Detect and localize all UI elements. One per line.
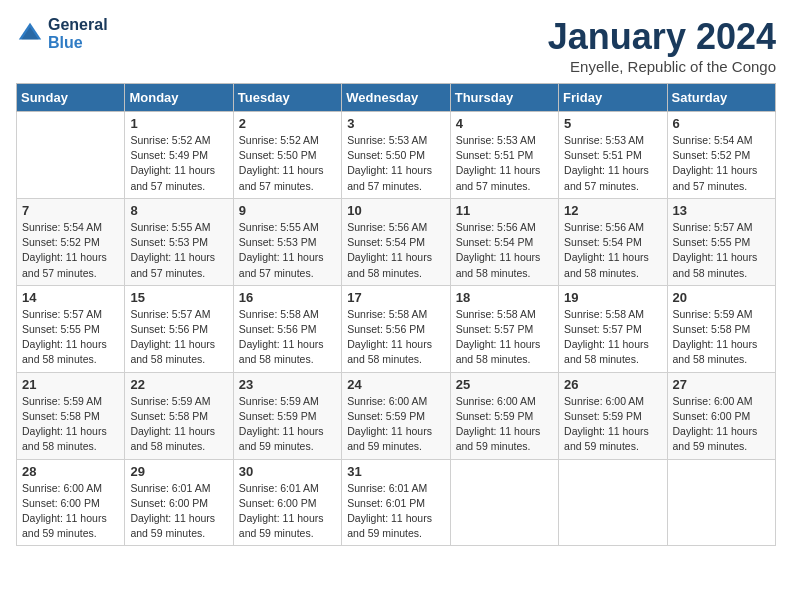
header-saturday: Saturday bbox=[667, 84, 775, 112]
day-info: Sunrise: 5:57 AM Sunset: 5:55 PM Dayligh… bbox=[22, 307, 119, 368]
calendar-cell: 12Sunrise: 5:56 AM Sunset: 5:54 PM Dayli… bbox=[559, 198, 667, 285]
logo: General Blue bbox=[16, 16, 108, 52]
calendar-cell: 21Sunrise: 5:59 AM Sunset: 5:58 PM Dayli… bbox=[17, 372, 125, 459]
calendar-cell bbox=[667, 459, 775, 546]
calendar-cell: 7Sunrise: 5:54 AM Sunset: 5:52 PM Daylig… bbox=[17, 198, 125, 285]
day-number: 21 bbox=[22, 377, 119, 392]
calendar-cell: 15Sunrise: 5:57 AM Sunset: 5:56 PM Dayli… bbox=[125, 285, 233, 372]
calendar-cell: 2Sunrise: 5:52 AM Sunset: 5:50 PM Daylig… bbox=[233, 112, 341, 199]
calendar-cell: 25Sunrise: 6:00 AM Sunset: 5:59 PM Dayli… bbox=[450, 372, 558, 459]
day-number: 26 bbox=[564, 377, 661, 392]
calendar-week-5: 28Sunrise: 6:00 AM Sunset: 6:00 PM Dayli… bbox=[17, 459, 776, 546]
day-number: 10 bbox=[347, 203, 444, 218]
day-number: 30 bbox=[239, 464, 336, 479]
calendar-cell: 19Sunrise: 5:58 AM Sunset: 5:57 PM Dayli… bbox=[559, 285, 667, 372]
calendar-cell: 13Sunrise: 5:57 AM Sunset: 5:55 PM Dayli… bbox=[667, 198, 775, 285]
calendar-cell: 17Sunrise: 5:58 AM Sunset: 5:56 PM Dayli… bbox=[342, 285, 450, 372]
calendar-cell: 6Sunrise: 5:54 AM Sunset: 5:52 PM Daylig… bbox=[667, 112, 775, 199]
calendar-cell: 24Sunrise: 6:00 AM Sunset: 5:59 PM Dayli… bbox=[342, 372, 450, 459]
header-monday: Monday bbox=[125, 84, 233, 112]
calendar-cell: 8Sunrise: 5:55 AM Sunset: 5:53 PM Daylig… bbox=[125, 198, 233, 285]
day-info: Sunrise: 5:53 AM Sunset: 5:51 PM Dayligh… bbox=[456, 133, 553, 194]
calendar-week-4: 21Sunrise: 5:59 AM Sunset: 5:58 PM Dayli… bbox=[17, 372, 776, 459]
day-info: Sunrise: 5:52 AM Sunset: 5:50 PM Dayligh… bbox=[239, 133, 336, 194]
calendar-cell: 28Sunrise: 6:00 AM Sunset: 6:00 PM Dayli… bbox=[17, 459, 125, 546]
calendar-cell: 18Sunrise: 5:58 AM Sunset: 5:57 PM Dayli… bbox=[450, 285, 558, 372]
day-info: Sunrise: 5:58 AM Sunset: 5:56 PM Dayligh… bbox=[347, 307, 444, 368]
calendar-cell bbox=[450, 459, 558, 546]
calendar-cell: 23Sunrise: 5:59 AM Sunset: 5:59 PM Dayli… bbox=[233, 372, 341, 459]
day-info: Sunrise: 5:55 AM Sunset: 5:53 PM Dayligh… bbox=[130, 220, 227, 281]
day-number: 9 bbox=[239, 203, 336, 218]
day-info: Sunrise: 6:01 AM Sunset: 6:00 PM Dayligh… bbox=[130, 481, 227, 542]
day-info: Sunrise: 5:53 AM Sunset: 5:51 PM Dayligh… bbox=[564, 133, 661, 194]
header-tuesday: Tuesday bbox=[233, 84, 341, 112]
day-number: 7 bbox=[22, 203, 119, 218]
logo-text: General Blue bbox=[48, 16, 108, 52]
day-info: Sunrise: 5:59 AM Sunset: 5:58 PM Dayligh… bbox=[130, 394, 227, 455]
calendar-cell: 11Sunrise: 5:56 AM Sunset: 5:54 PM Dayli… bbox=[450, 198, 558, 285]
day-number: 19 bbox=[564, 290, 661, 305]
calendar-cell: 26Sunrise: 6:00 AM Sunset: 5:59 PM Dayli… bbox=[559, 372, 667, 459]
day-info: Sunrise: 5:54 AM Sunset: 5:52 PM Dayligh… bbox=[22, 220, 119, 281]
title-area: January 2024 Enyelle, Republic of the Co… bbox=[548, 16, 776, 75]
day-info: Sunrise: 6:00 AM Sunset: 5:59 PM Dayligh… bbox=[564, 394, 661, 455]
calendar-cell: 16Sunrise: 5:58 AM Sunset: 5:56 PM Dayli… bbox=[233, 285, 341, 372]
day-number: 13 bbox=[673, 203, 770, 218]
day-number: 11 bbox=[456, 203, 553, 218]
calendar-table: SundayMondayTuesdayWednesdayThursdayFrid… bbox=[16, 83, 776, 546]
day-info: Sunrise: 5:52 AM Sunset: 5:49 PM Dayligh… bbox=[130, 133, 227, 194]
calendar-cell: 20Sunrise: 5:59 AM Sunset: 5:58 PM Dayli… bbox=[667, 285, 775, 372]
day-number: 14 bbox=[22, 290, 119, 305]
day-info: Sunrise: 5:59 AM Sunset: 5:58 PM Dayligh… bbox=[22, 394, 119, 455]
month-title: January 2024 bbox=[548, 16, 776, 58]
calendar-header-row: SundayMondayTuesdayWednesdayThursdayFrid… bbox=[17, 84, 776, 112]
day-number: 6 bbox=[673, 116, 770, 131]
calendar-cell: 31Sunrise: 6:01 AM Sunset: 6:01 PM Dayli… bbox=[342, 459, 450, 546]
day-info: Sunrise: 5:53 AM Sunset: 5:50 PM Dayligh… bbox=[347, 133, 444, 194]
calendar-cell: 3Sunrise: 5:53 AM Sunset: 5:50 PM Daylig… bbox=[342, 112, 450, 199]
location: Enyelle, Republic of the Congo bbox=[548, 58, 776, 75]
header-wednesday: Wednesday bbox=[342, 84, 450, 112]
calendar-cell: 9Sunrise: 5:55 AM Sunset: 5:53 PM Daylig… bbox=[233, 198, 341, 285]
day-number: 12 bbox=[564, 203, 661, 218]
calendar-cell: 5Sunrise: 5:53 AM Sunset: 5:51 PM Daylig… bbox=[559, 112, 667, 199]
calendar-cell: 10Sunrise: 5:56 AM Sunset: 5:54 PM Dayli… bbox=[342, 198, 450, 285]
calendar-cell bbox=[17, 112, 125, 199]
day-number: 16 bbox=[239, 290, 336, 305]
day-number: 28 bbox=[22, 464, 119, 479]
day-number: 24 bbox=[347, 377, 444, 392]
logo-icon bbox=[16, 20, 44, 48]
day-number: 5 bbox=[564, 116, 661, 131]
day-number: 22 bbox=[130, 377, 227, 392]
day-info: Sunrise: 6:00 AM Sunset: 5:59 PM Dayligh… bbox=[347, 394, 444, 455]
day-number: 3 bbox=[347, 116, 444, 131]
day-number: 8 bbox=[130, 203, 227, 218]
day-info: Sunrise: 6:01 AM Sunset: 6:00 PM Dayligh… bbox=[239, 481, 336, 542]
day-info: Sunrise: 6:00 AM Sunset: 6:00 PM Dayligh… bbox=[22, 481, 119, 542]
header-thursday: Thursday bbox=[450, 84, 558, 112]
calendar-cell: 4Sunrise: 5:53 AM Sunset: 5:51 PM Daylig… bbox=[450, 112, 558, 199]
calendar-week-2: 7Sunrise: 5:54 AM Sunset: 5:52 PM Daylig… bbox=[17, 198, 776, 285]
day-info: Sunrise: 5:57 AM Sunset: 5:56 PM Dayligh… bbox=[130, 307, 227, 368]
day-info: Sunrise: 6:01 AM Sunset: 6:01 PM Dayligh… bbox=[347, 481, 444, 542]
calendar-cell: 27Sunrise: 6:00 AM Sunset: 6:00 PM Dayli… bbox=[667, 372, 775, 459]
calendar-cell: 22Sunrise: 5:59 AM Sunset: 5:58 PM Dayli… bbox=[125, 372, 233, 459]
day-info: Sunrise: 5:59 AM Sunset: 5:59 PM Dayligh… bbox=[239, 394, 336, 455]
page-header: General Blue January 2024 Enyelle, Repub… bbox=[16, 16, 776, 75]
day-number: 4 bbox=[456, 116, 553, 131]
day-number: 27 bbox=[673, 377, 770, 392]
calendar-week-1: 1Sunrise: 5:52 AM Sunset: 5:49 PM Daylig… bbox=[17, 112, 776, 199]
day-info: Sunrise: 5:59 AM Sunset: 5:58 PM Dayligh… bbox=[673, 307, 770, 368]
day-number: 25 bbox=[456, 377, 553, 392]
day-number: 15 bbox=[130, 290, 227, 305]
header-friday: Friday bbox=[559, 84, 667, 112]
header-sunday: Sunday bbox=[17, 84, 125, 112]
day-info: Sunrise: 5:58 AM Sunset: 5:56 PM Dayligh… bbox=[239, 307, 336, 368]
calendar-cell: 14Sunrise: 5:57 AM Sunset: 5:55 PM Dayli… bbox=[17, 285, 125, 372]
calendar-cell bbox=[559, 459, 667, 546]
day-info: Sunrise: 5:56 AM Sunset: 5:54 PM Dayligh… bbox=[564, 220, 661, 281]
calendar-week-3: 14Sunrise: 5:57 AM Sunset: 5:55 PM Dayli… bbox=[17, 285, 776, 372]
day-number: 17 bbox=[347, 290, 444, 305]
day-number: 2 bbox=[239, 116, 336, 131]
